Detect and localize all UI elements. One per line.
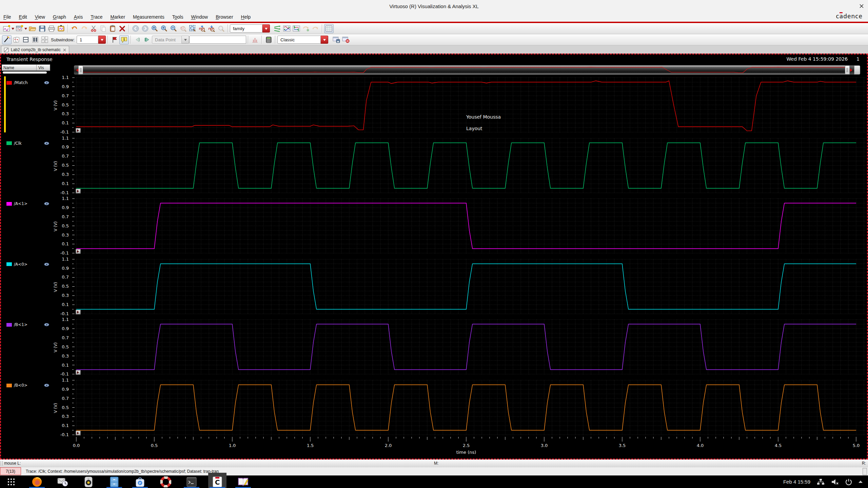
visibility-eye-icon[interactable] xyxy=(44,202,49,205)
prev-point-button[interactable] xyxy=(133,35,142,44)
signal-row-a1[interactable]: /A<1> xyxy=(6,201,49,207)
zoom-in-x2-button[interactable] xyxy=(159,24,169,33)
subwindow-spinner[interactable]: 1 xyxy=(77,36,98,44)
strip-marker-button[interactable] xyxy=(76,128,81,133)
style-combo[interactable]: Classic xyxy=(277,36,321,44)
undo-button[interactable] xyxy=(70,24,79,33)
visibility-eye-icon[interactable] xyxy=(44,323,49,326)
layout-grid-button[interactable] xyxy=(40,35,50,44)
zoom-in-button[interactable] xyxy=(150,24,159,33)
menu-measurements[interactable]: Measurements xyxy=(133,14,164,20)
visibility-eye-icon[interactable] xyxy=(44,81,49,84)
show-table-button[interactable] xyxy=(324,24,334,33)
label-balloon-button[interactable] xyxy=(119,35,129,44)
tab-close-icon[interactable] xyxy=(63,48,66,52)
wizard-button[interactable] xyxy=(2,35,12,44)
app-grid-button[interactable] xyxy=(5,476,17,488)
pan-left-arrow[interactable] xyxy=(74,65,78,75)
network-icon[interactable] xyxy=(816,478,825,486)
taskbar-docs[interactable] xyxy=(237,476,249,488)
taskbar-media[interactable] xyxy=(83,476,94,488)
waveform-plot[interactable] xyxy=(72,319,868,375)
next-point-button[interactable] xyxy=(142,35,152,44)
taskbar-firefox[interactable] xyxy=(31,476,43,488)
taskbar-terminal[interactable] xyxy=(186,476,197,488)
signal-row-b0[interactable]: /B<0> xyxy=(6,382,49,388)
cut-button[interactable] xyxy=(89,24,98,33)
taskbar-software[interactable] xyxy=(134,476,146,488)
menu-tools[interactable]: Tools xyxy=(172,14,183,20)
taskbar-files[interactable] xyxy=(108,476,120,488)
menu-view[interactable]: View xyxy=(35,14,45,20)
waveform-plot[interactable] xyxy=(72,198,868,254)
waveform-plot[interactable] xyxy=(72,77,868,133)
delete-workspace-button[interactable] xyxy=(341,35,351,44)
signal-name[interactable]: /Match xyxy=(14,80,42,85)
volume-muted-icon[interactable] xyxy=(831,478,839,486)
annotation-text[interactable]: Layout xyxy=(466,126,482,131)
menu-marker[interactable]: Marker xyxy=(111,14,125,20)
layout-rows-button[interactable] xyxy=(21,35,31,44)
signal-row-a0[interactable]: /A<0> xyxy=(6,261,49,267)
strip-marker-button[interactable] xyxy=(76,249,81,254)
menu-window[interactable]: Window xyxy=(191,14,208,20)
column-vis[interactable]: Vis xyxy=(37,65,44,70)
redo-button[interactable] xyxy=(79,24,89,33)
zoom-fit-button[interactable] xyxy=(216,24,226,33)
new-graph-dropdown[interactable] xyxy=(12,28,14,31)
annotation-text[interactable]: Yousef Moussa xyxy=(466,114,501,120)
visibility-eye-icon[interactable] xyxy=(44,384,49,387)
cards-button[interactable] xyxy=(12,35,21,44)
zoom-y-out-button[interactable] xyxy=(207,24,216,33)
strip-marker-button[interactable] xyxy=(76,189,81,194)
waveform-plot[interactable] xyxy=(72,380,868,435)
column-name[interactable]: Name xyxy=(2,65,37,70)
save-button[interactable] xyxy=(37,24,47,33)
menu-edit[interactable]: Edit xyxy=(19,14,27,20)
waveform-plot[interactable] xyxy=(72,138,868,194)
taskbar-mail[interactable] xyxy=(57,476,68,488)
signal-name[interactable]: /B<1> xyxy=(14,322,42,327)
flag-button[interactable] xyxy=(110,35,119,44)
signal-name[interactable]: /B<0> xyxy=(14,383,42,388)
taskbar-virtuoso[interactable]: C xyxy=(212,476,223,488)
menu-help[interactable]: Help xyxy=(241,14,251,20)
tab-lab2-comp2b-tb-schematic[interactable]: Lab2 comp2b_tb schematic xyxy=(1,46,69,54)
menu-graph[interactable]: Graph xyxy=(53,14,66,20)
new-window-from-button[interactable] xyxy=(301,24,311,33)
zoom-y-in-button[interactable] xyxy=(197,24,207,33)
name-panel-scrollbar[interactable] xyxy=(3,72,47,74)
open-button[interactable] xyxy=(28,24,37,33)
value-field[interactable] xyxy=(189,36,246,44)
paste-button[interactable] xyxy=(108,24,117,33)
pan-track[interactable] xyxy=(83,65,845,75)
menu-file[interactable]: File xyxy=(3,14,11,20)
swap-sweep-button[interactable] xyxy=(273,24,282,33)
pan-end-cap[interactable] xyxy=(854,65,860,75)
zoom-waveform-button[interactable] xyxy=(178,24,188,33)
family-combo-button[interactable] xyxy=(262,24,270,33)
delete-button[interactable] xyxy=(117,24,127,33)
strip-marker-button[interactable] xyxy=(76,370,81,375)
print-button[interactable] xyxy=(47,24,56,33)
new-subwindow-button[interactable] xyxy=(15,24,24,33)
new-subwindow-dropdown[interactable] xyxy=(24,28,27,31)
histogram-button[interactable] xyxy=(250,35,260,44)
menu-browser[interactable]: Browser xyxy=(216,14,233,20)
menu-trace[interactable]: Trace xyxy=(91,14,102,20)
snapshot-button[interactable] xyxy=(56,24,66,33)
strip-marker-button[interactable] xyxy=(76,431,81,435)
close-window-button[interactable] xyxy=(859,3,865,9)
pan-right-arrow[interactable] xyxy=(850,65,854,75)
signal-row-b1[interactable]: /B<1> xyxy=(6,322,49,328)
back-button[interactable] xyxy=(131,24,140,33)
waveform-plot[interactable] xyxy=(72,259,868,314)
zoom-out-x2-button[interactable] xyxy=(169,24,178,33)
pan-left-handle[interactable] xyxy=(78,65,83,75)
signal-row-match[interactable]: /Match xyxy=(6,80,49,86)
subwindow-spinner-button[interactable] xyxy=(98,36,106,44)
signal-table-header[interactable]: Name Vis xyxy=(2,64,50,71)
new-subwindow-from-button[interactable] xyxy=(311,24,320,33)
menu-axis[interactable]: Axis xyxy=(74,14,83,20)
signal-row-clk[interactable]: /Clk xyxy=(6,140,49,146)
